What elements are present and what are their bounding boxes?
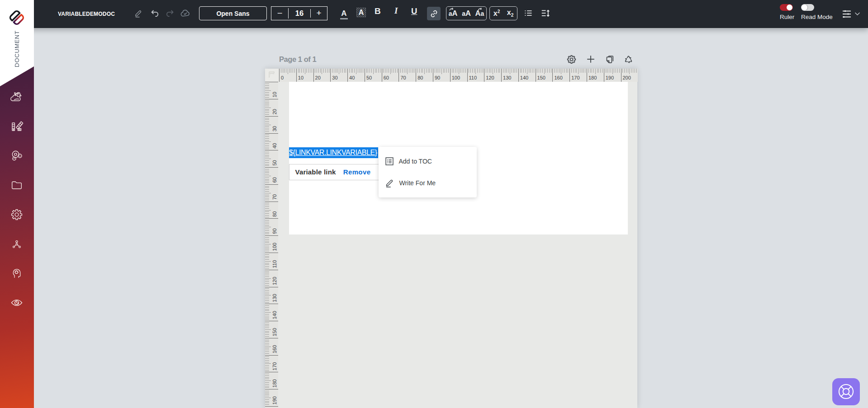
svg-text:80: 80: [272, 211, 277, 216]
svg-text:50: 50: [366, 75, 371, 80]
svg-text:20: 20: [272, 109, 277, 114]
svg-text:A: A: [359, 9, 364, 16]
svg-text:170: 170: [571, 75, 579, 80]
svg-text:160: 160: [554, 75, 562, 80]
svg-text:120: 120: [486, 75, 494, 80]
svg-text:40: 40: [272, 143, 277, 148]
svg-text:150: 150: [537, 75, 545, 80]
svg-text:90: 90: [272, 228, 277, 234]
svg-text:190: 190: [272, 396, 277, 404]
svg-text:180: 180: [272, 379, 277, 387]
svg-text:130: 130: [503, 75, 511, 80]
svg-text:200: 200: [622, 75, 631, 80]
svg-text:180: 180: [588, 75, 596, 80]
svg-text:60: 60: [272, 177, 277, 183]
svg-text:50: 50: [272, 160, 277, 165]
svg-text:H: H: [14, 157, 15, 159]
svg-text:70: 70: [272, 194, 277, 199]
svg-text:10: 10: [272, 92, 277, 97]
svg-text:120: 120: [272, 277, 277, 285]
svg-text:40: 40: [349, 75, 355, 80]
svg-text:170: 170: [272, 362, 277, 370]
svg-text:140: 140: [272, 311, 277, 319]
svg-text:100: 100: [451, 75, 460, 80]
svg-text:80: 80: [417, 75, 423, 80]
svg-text:70: 70: [400, 75, 406, 80]
svg-text:130: 130: [272, 294, 277, 302]
svg-text:H: H: [19, 155, 20, 157]
svg-text:30: 30: [272, 126, 277, 131]
svg-text:150: 150: [272, 328, 277, 336]
svg-text:30: 30: [332, 75, 337, 80]
svg-text:160: 160: [272, 345, 277, 353]
svg-text:110: 110: [272, 260, 277, 268]
svg-text:10: 10: [298, 75, 303, 80]
svg-text:100: 100: [272, 243, 277, 251]
svg-text:60: 60: [383, 75, 389, 80]
svg-text:190: 190: [605, 75, 613, 80]
svg-text:90: 90: [434, 75, 440, 80]
svg-text:20: 20: [315, 75, 320, 80]
svg-text:140: 140: [520, 75, 528, 80]
svg-text:110: 110: [469, 75, 477, 80]
svg-text:0: 0: [281, 75, 284, 80]
